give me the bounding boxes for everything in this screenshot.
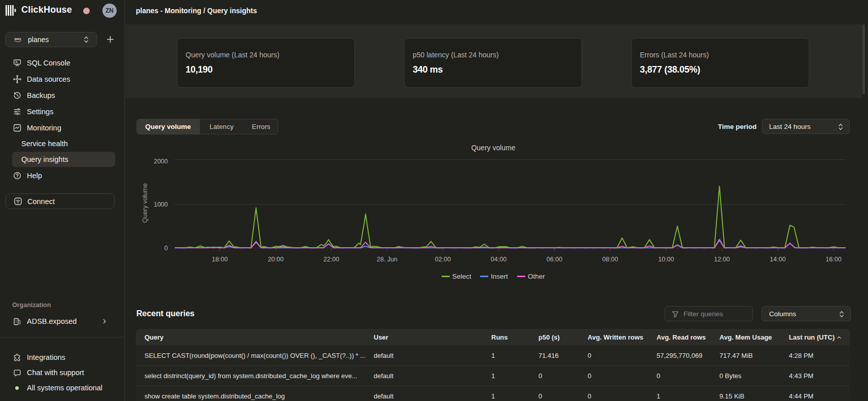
svg-text:12:00: 12:00 [714,256,730,263]
svg-text:0: 0 [164,245,168,252]
svg-text:02:00: 02:00 [435,256,451,263]
svg-text:06:00: 06:00 [547,256,562,263]
svg-text:aws: aws [14,37,21,41]
svg-text:22:00: 22:00 [323,256,339,263]
svg-text:2000: 2000 [154,158,168,165]
svg-text:28. Jun: 28. Jun [377,256,397,263]
svg-text:14:00: 14:00 [770,256,785,263]
svg-text:1000: 1000 [154,201,168,208]
svg-text:08:00: 08:00 [602,256,618,263]
svg-text:18:00: 18:00 [212,256,228,263]
svg-text:Query volume: Query volume [141,183,149,223]
svg-text:16:00: 16:00 [825,256,841,263]
svg-text:10:00: 10:00 [658,256,674,263]
svg-text:04:00: 04:00 [491,256,507,263]
svg-text:20:00: 20:00 [268,256,283,263]
